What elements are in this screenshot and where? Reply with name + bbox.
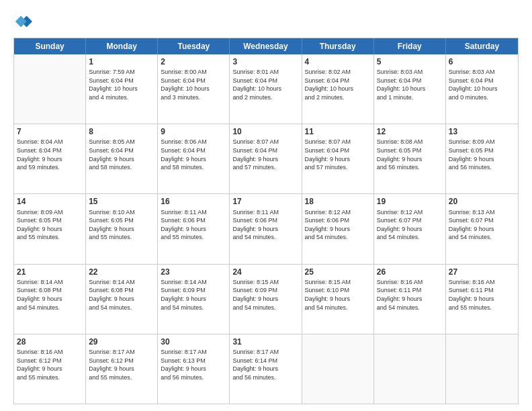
cell-info: Sunrise: 8:03 AM Sunset: 6:04 PM Dayligh… xyxy=(377,68,443,101)
day-number: 11 xyxy=(305,126,371,137)
calendar-cell: 10Sunrise: 8:07 AM Sunset: 6:04 PM Dayli… xyxy=(230,124,302,193)
cell-info: Sunrise: 8:17 AM Sunset: 6:14 PM Dayligh… xyxy=(232,348,298,381)
day-number: 21 xyxy=(17,267,83,277)
header-saturday: Saturday xyxy=(446,38,518,54)
cell-info: Sunrise: 8:15 AM Sunset: 6:09 PM Dayligh… xyxy=(232,278,298,312)
header xyxy=(13,12,519,31)
calendar-cell: 29Sunrise: 8:17 AM Sunset: 6:12 PM Dayli… xyxy=(86,334,158,404)
day-number: 5 xyxy=(377,56,443,67)
cell-info: Sunrise: 8:14 AM Sunset: 6:08 PM Dayligh… xyxy=(17,278,83,312)
day-number: 2 xyxy=(161,56,226,67)
day-number: 3 xyxy=(232,56,298,67)
cell-info: Sunrise: 8:06 AM Sunset: 6:04 PM Dayligh… xyxy=(161,138,226,171)
day-number: 22 xyxy=(89,267,154,277)
cell-info: Sunrise: 8:12 AM Sunset: 6:06 PM Dayligh… xyxy=(305,208,371,242)
cell-info: Sunrise: 8:10 AM Sunset: 6:05 PM Dayligh… xyxy=(89,208,154,242)
day-number: 13 xyxy=(449,126,515,137)
cell-info: Sunrise: 8:14 AM Sunset: 6:09 PM Dayligh… xyxy=(161,278,226,312)
calendar-cell: 23Sunrise: 8:14 AM Sunset: 6:09 PM Dayli… xyxy=(158,265,230,334)
calendar-cell: 13Sunrise: 8:09 AM Sunset: 6:05 PM Dayli… xyxy=(446,124,518,193)
calendar-cell: 8Sunrise: 8:05 AM Sunset: 6:04 PM Daylig… xyxy=(86,124,158,193)
calendar-cell xyxy=(302,334,374,404)
calendar-cell: 28Sunrise: 8:16 AM Sunset: 6:12 PM Dayli… xyxy=(14,334,86,404)
calendar-row-0: 1Sunrise: 7:59 AM Sunset: 6:04 PM Daylig… xyxy=(14,54,518,124)
calendar-cell: 11Sunrise: 8:07 AM Sunset: 6:04 PM Dayli… xyxy=(302,124,374,193)
day-number: 25 xyxy=(305,267,371,277)
calendar-cell: 24Sunrise: 8:15 AM Sunset: 6:09 PM Dayli… xyxy=(230,265,302,334)
calendar-cell: 30Sunrise: 8:17 AM Sunset: 6:13 PM Dayli… xyxy=(158,334,230,404)
day-number: 14 xyxy=(17,196,83,207)
cell-info: Sunrise: 8:02 AM Sunset: 6:04 PM Dayligh… xyxy=(305,68,371,101)
day-number: 27 xyxy=(449,267,515,277)
calendar-cell xyxy=(446,334,518,404)
day-number: 20 xyxy=(449,196,515,207)
day-number: 12 xyxy=(377,126,443,137)
day-number: 31 xyxy=(232,336,298,347)
calendar-cell: 25Sunrise: 8:15 AM Sunset: 6:10 PM Dayli… xyxy=(302,265,374,334)
calendar-header: Sunday Monday Tuesday Wednesday Thursday… xyxy=(14,38,518,54)
cell-info: Sunrise: 8:11 AM Sunset: 6:06 PM Dayligh… xyxy=(161,208,226,242)
cell-info: Sunrise: 8:11 AM Sunset: 6:06 PM Dayligh… xyxy=(232,208,298,242)
calendar-body: 1Sunrise: 7:59 AM Sunset: 6:04 PM Daylig… xyxy=(14,54,518,404)
cell-info: Sunrise: 8:04 AM Sunset: 6:04 PM Dayligh… xyxy=(17,138,83,171)
cell-info: Sunrise: 8:17 AM Sunset: 6:12 PM Dayligh… xyxy=(89,348,154,381)
cell-info: Sunrise: 8:16 AM Sunset: 6:11 PM Dayligh… xyxy=(377,278,443,312)
cell-info: Sunrise: 8:01 AM Sunset: 6:04 PM Dayligh… xyxy=(232,68,298,101)
calendar-cell: 4Sunrise: 8:02 AM Sunset: 6:04 PM Daylig… xyxy=(302,54,374,124)
day-number: 4 xyxy=(305,56,371,67)
calendar-cell: 31Sunrise: 8:17 AM Sunset: 6:14 PM Dayli… xyxy=(230,334,302,404)
calendar-row-4: 28Sunrise: 8:16 AM Sunset: 6:12 PM Dayli… xyxy=(14,334,518,404)
cell-info: Sunrise: 8:16 AM Sunset: 6:11 PM Dayligh… xyxy=(449,278,515,312)
calendar-cell: 26Sunrise: 8:16 AM Sunset: 6:11 PM Dayli… xyxy=(374,265,446,334)
calendar-row-2: 14Sunrise: 8:09 AM Sunset: 6:05 PM Dayli… xyxy=(14,194,518,264)
day-number: 18 xyxy=(305,196,371,207)
header-wednesday: Wednesday xyxy=(230,38,302,54)
day-number: 30 xyxy=(161,336,226,347)
cell-info: Sunrise: 8:08 AM Sunset: 6:05 PM Dayligh… xyxy=(377,138,443,171)
cell-info: Sunrise: 8:05 AM Sunset: 6:04 PM Dayligh… xyxy=(89,138,154,171)
cell-info: Sunrise: 8:14 AM Sunset: 6:08 PM Dayligh… xyxy=(89,278,154,312)
cell-info: Sunrise: 8:13 AM Sunset: 6:07 PM Dayligh… xyxy=(449,208,515,242)
day-number: 1 xyxy=(89,56,154,67)
header-sunday: Sunday xyxy=(14,38,86,54)
cell-info: Sunrise: 8:00 AM Sunset: 6:04 PM Dayligh… xyxy=(161,68,226,101)
day-number: 8 xyxy=(89,126,154,137)
cell-info: Sunrise: 8:07 AM Sunset: 6:04 PM Dayligh… xyxy=(305,138,371,171)
calendar-cell: 27Sunrise: 8:16 AM Sunset: 6:11 PM Dayli… xyxy=(446,265,518,334)
calendar-cell: 7Sunrise: 8:04 AM Sunset: 6:04 PM Daylig… xyxy=(14,124,86,193)
calendar-cell: 22Sunrise: 8:14 AM Sunset: 6:08 PM Dayli… xyxy=(86,265,158,334)
calendar-cell: 2Sunrise: 8:00 AM Sunset: 6:04 PM Daylig… xyxy=(158,54,230,124)
logo xyxy=(13,12,34,31)
calendar-cell: 5Sunrise: 8:03 AM Sunset: 6:04 PM Daylig… xyxy=(374,54,446,124)
calendar-cell: 6Sunrise: 8:03 AM Sunset: 6:04 PM Daylig… xyxy=(446,54,518,124)
cell-info: Sunrise: 8:07 AM Sunset: 6:04 PM Dayligh… xyxy=(232,138,298,171)
header-tuesday: Tuesday xyxy=(158,38,230,54)
calendar-cell: 18Sunrise: 8:12 AM Sunset: 6:06 PM Dayli… xyxy=(302,194,374,263)
header-friday: Friday xyxy=(374,38,446,54)
cell-info: Sunrise: 8:16 AM Sunset: 6:12 PM Dayligh… xyxy=(17,348,83,381)
calendar-cell: 20Sunrise: 8:13 AM Sunset: 6:07 PM Dayli… xyxy=(446,194,518,263)
day-number: 17 xyxy=(232,196,298,207)
day-number: 15 xyxy=(89,196,154,207)
day-number: 29 xyxy=(89,336,154,347)
header-monday: Monday xyxy=(86,38,158,54)
calendar-row-3: 21Sunrise: 8:14 AM Sunset: 6:08 PM Dayli… xyxy=(14,265,518,334)
calendar-row-1: 7Sunrise: 8:04 AM Sunset: 6:04 PM Daylig… xyxy=(14,124,518,194)
calendar-cell: 14Sunrise: 8:09 AM Sunset: 6:05 PM Dayli… xyxy=(14,194,86,263)
calendar-cell: 17Sunrise: 8:11 AM Sunset: 6:06 PM Dayli… xyxy=(230,194,302,263)
logo-icon xyxy=(13,12,32,31)
calendar-cell xyxy=(374,334,446,404)
day-number: 7 xyxy=(17,126,83,137)
day-number: 9 xyxy=(161,126,226,137)
cell-info: Sunrise: 8:15 AM Sunset: 6:10 PM Dayligh… xyxy=(305,278,371,312)
day-number: 6 xyxy=(449,56,515,67)
calendar-cell: 16Sunrise: 8:11 AM Sunset: 6:06 PM Dayli… xyxy=(158,194,230,263)
cell-info: Sunrise: 8:03 AM Sunset: 6:04 PM Dayligh… xyxy=(449,68,515,101)
cell-info: Sunrise: 8:17 AM Sunset: 6:13 PM Dayligh… xyxy=(161,348,226,381)
calendar: Sunday Monday Tuesday Wednesday Thursday… xyxy=(13,38,519,404)
calendar-cell xyxy=(14,54,86,124)
day-number: 26 xyxy=(377,267,443,277)
day-number: 23 xyxy=(161,267,226,277)
header-thursday: Thursday xyxy=(302,38,374,54)
cell-info: Sunrise: 7:59 AM Sunset: 6:04 PM Dayligh… xyxy=(89,68,154,101)
